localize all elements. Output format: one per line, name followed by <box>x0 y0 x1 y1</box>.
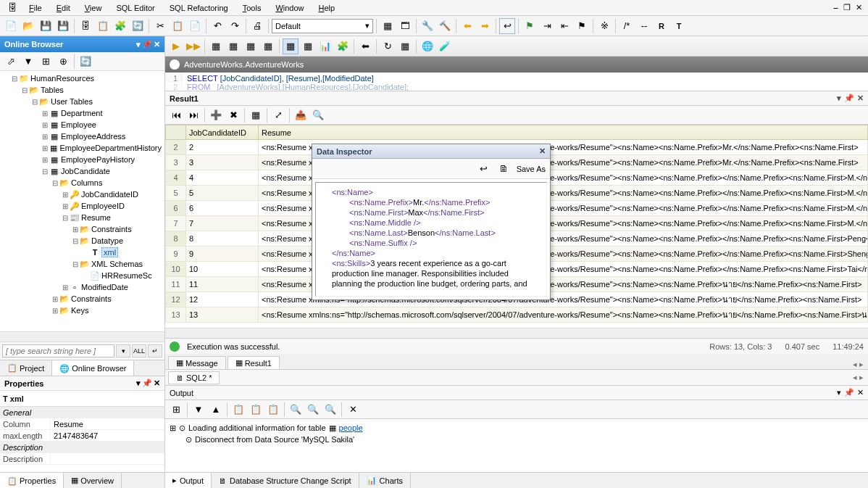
out-tree-icon[interactable]: ⊞ <box>168 402 184 418</box>
pin-icon[interactable]: ▾ <box>136 40 141 49</box>
menu-refactoring[interactable]: SQL Refactoring <box>164 2 234 14</box>
add-row-icon[interactable]: ➕ <box>208 107 224 123</box>
commit-icon[interactable]: ▦ <box>248 107 264 123</box>
tab-charts[interactable]: 📊 Charts <box>359 473 411 488</box>
print-icon[interactable]: 🖨 <box>249 18 265 34</box>
export-icon[interactable]: ⬅ <box>357 38 373 54</box>
result-menu-icon[interactable]: ▾ <box>837 94 841 103</box>
locate-icon[interactable]: ⊕ <box>55 54 71 70</box>
et-icon-1[interactable]: ▦ <box>208 38 224 54</box>
tb-icon-5[interactable]: ⬅ <box>459 18 475 34</box>
refresh2-icon[interactable]: ↻ <box>380 38 396 54</box>
out-up-icon[interactable]: ▲ <box>208 402 224 418</box>
form-icon[interactable]: ▦ <box>300 38 316 54</box>
out-copy2-icon[interactable]: 📋 <box>248 402 264 418</box>
chart-icon[interactable]: 📊 <box>317 38 333 54</box>
r-icon[interactable]: R <box>654 18 669 34</box>
panel-close-icon[interactable]: ✕ <box>154 40 160 49</box>
restore-icon[interactable]: ❐ <box>842 3 852 13</box>
tab-project[interactable]: 📋 Project <box>0 360 52 376</box>
undo-icon[interactable]: ↶ <box>209 18 225 34</box>
bookmark-next-icon[interactable]: ⇥ <box>539 18 555 34</box>
tb-icon-6[interactable]: ➡ <box>477 18 493 34</box>
region-icon[interactable]: ※ <box>596 18 612 34</box>
expand-icon[interactable]: ⤢ <box>270 107 286 123</box>
output-body[interactable]: ⊞⊙Loading additional information for tab… <box>165 419 868 472</box>
grid-icon[interactable]: ▦ <box>283 38 299 54</box>
flag-icon[interactable]: ⚑ <box>522 18 538 34</box>
result-close-icon[interactable]: ✕ <box>857 94 864 103</box>
nav-icon[interactable]: ⬀ <box>3 54 19 70</box>
tb-icon-4[interactable]: 🔨 <box>437 18 453 34</box>
copy-icon[interactable]: 📋 <box>170 18 185 34</box>
search-go-icon[interactable]: ↵ <box>148 344 162 357</box>
bookmark-clear-icon[interactable]: ⚑ <box>574 18 590 34</box>
first-icon[interactable]: ⏮ <box>168 107 184 123</box>
tree-search-input[interactable] <box>2 344 114 357</box>
menu-view[interactable]: View <box>79 2 108 14</box>
saveall-icon[interactable]: 💾 <box>55 18 71 34</box>
et-icon-2[interactable]: ▦ <box>225 38 241 54</box>
menu-help[interactable]: Help <box>313 2 341 14</box>
bookmark-prev-icon[interactable]: ⇤ <box>556 18 572 34</box>
tab-nav-left-icon[interactable]: ◂ <box>853 360 857 368</box>
prop-close-icon[interactable]: ✕ <box>154 379 160 388</box>
et-icon-3[interactable]: ▦ <box>243 38 259 54</box>
object-tree[interactable]: ⊟📁HumanResources ⊟📂Tables ⊟📂User Tables … <box>0 71 164 331</box>
tab-online-browser[interactable]: 🌐 Online Browser <box>52 360 134 376</box>
out-find-icon[interactable]: 🔍 <box>288 402 304 418</box>
inspector-view-icon[interactable]: 🗎 <box>496 161 512 177</box>
export-result-icon[interactable]: 📤 <box>293 107 309 123</box>
cut-icon[interactable]: ✂ <box>152 18 168 34</box>
inspector-body[interactable]: <ns:Name> <ns:Name.Prefix>Mr.</ns:Name.P… <box>315 182 547 297</box>
db-icon[interactable]: 🗄 <box>78 18 93 34</box>
del-row-icon[interactable]: ✖ <box>225 107 241 123</box>
output-close-icon[interactable]: ✕ <box>857 388 864 397</box>
sqltab-nav-right-icon[interactable]: ▸ <box>859 373 864 381</box>
compare-icon[interactable]: 🧩 <box>112 18 128 34</box>
close-icon[interactable]: ✕ <box>854 3 864 13</box>
last-icon[interactable]: ⏭ <box>185 107 201 123</box>
out-down-icon[interactable]: ▼ <box>191 402 206 418</box>
run-step-icon[interactable]: ▶▶ <box>185 38 201 54</box>
output-link-people[interactable]: people <box>339 423 363 432</box>
autohide-icon[interactable]: 📌 <box>142 40 152 49</box>
result-pin-icon[interactable]: 📌 <box>844 94 854 103</box>
search-all-button[interactable]: ALL <box>132 344 146 357</box>
prop-menu-icon[interactable]: ▾ <box>136 379 141 388</box>
paste-icon[interactable]: 📄 <box>187 18 203 34</box>
open-icon[interactable]: 📂 <box>20 18 36 34</box>
save-icon[interactable]: 💾 <box>38 18 54 34</box>
inspector-wrap-icon[interactable]: ↩ <box>476 161 492 177</box>
tab-output[interactable]: ▸ Output <box>165 473 212 488</box>
tab-properties[interactable]: 📋 Properties <box>0 473 64 488</box>
tb-icon-3[interactable]: 🔧 <box>420 18 435 34</box>
globe-icon[interactable]: 🌐 <box>420 38 435 54</box>
sql-editor[interactable]: 1SELECT [JobCandidateID], [Resume],[Modi… <box>165 73 868 91</box>
menu-edit[interactable]: Edit <box>51 2 76 14</box>
refresh-icon[interactable]: 🔄 <box>78 54 93 70</box>
tab-sql2[interactable]: 🗎 SQL2 * <box>168 371 220 384</box>
col-header-resume[interactable]: Resume <box>259 125 868 140</box>
tb-icon-1[interactable]: ▦ <box>380 18 396 34</box>
minimize-icon[interactable]: ‒ <box>830 3 840 13</box>
tab-dbscript[interactable]: 🗎 Database Structure Change Script <box>212 473 359 488</box>
tab-result1[interactable]: ▦ Result1 <box>228 356 280 369</box>
expand-icon[interactable]: ⊞ <box>38 54 54 70</box>
col-header-jobcandidateid[interactable]: JobCandidateID <box>186 125 259 140</box>
output-menu-icon[interactable]: ▾ <box>837 388 841 397</box>
wrap-icon[interactable]: ↩ <box>499 18 515 34</box>
output-pin-icon[interactable]: 📌 <box>844 388 854 397</box>
table-row[interactable]: 1313<ns:Resume xmlns:ns="http://schemas.… <box>166 307 868 323</box>
find-icon[interactable]: 🔍 <box>310 107 326 123</box>
out-clear-icon[interactable]: ✕ <box>345 402 361 418</box>
pivot-icon[interactable]: 🧩 <box>335 38 351 54</box>
config-combo[interactable]: Default▾ <box>272 19 373 33</box>
sync-icon[interactable]: 🔄 <box>130 18 146 34</box>
tab-message[interactable]: ▦ Message <box>168 356 226 369</box>
tab-nav-right-icon[interactable]: ▸ <box>859 360 864 368</box>
stop-icon[interactable]: ▦ <box>397 38 413 54</box>
tab-overview[interactable]: ▦ Overview <box>64 473 122 488</box>
new-icon[interactable]: 📋 <box>95 18 111 34</box>
linecomment-icon[interactable]: -- <box>636 18 652 34</box>
